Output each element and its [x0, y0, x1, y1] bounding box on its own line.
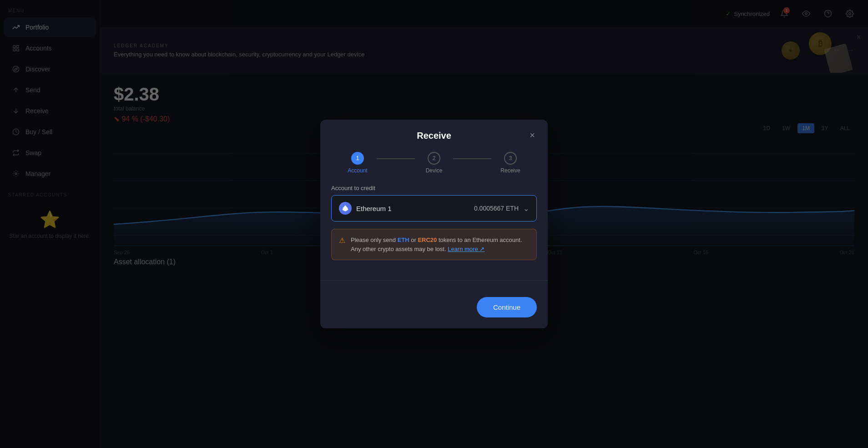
- account-field-label: Account to credit: [331, 185, 537, 191]
- continue-button[interactable]: Continue: [477, 297, 537, 317]
- erc20-highlight: ERC20: [418, 237, 437, 243]
- modal-divider: [320, 280, 548, 281]
- step-2-label: Device: [426, 167, 443, 174]
- step-1-account: 1 Account: [338, 152, 377, 174]
- account-selector-dropdown[interactable]: Ethereum 1 0.0005667 ETH ⌄: [331, 195, 537, 221]
- step-2-device: 2 Device: [415, 152, 453, 174]
- ethereum-icon: [339, 202, 352, 215]
- modal-header: Receive ×: [320, 120, 548, 148]
- modal-footer: Continue: [320, 290, 548, 328]
- modal-overlay: Receive × 1 Account 2 Device 3 Receive: [0, 0, 868, 448]
- modal-steps: 1 Account 2 Device 3 Receive: [320, 148, 548, 185]
- step-3-label: Receive: [500, 167, 520, 174]
- warning-text-content: Please only send ETH or ERC20 tokens to …: [351, 236, 529, 253]
- learn-more-link[interactable]: Learn more ↗: [448, 246, 484, 252]
- step-3-circle: 3: [504, 152, 517, 165]
- step-3-receive: 3 Receive: [491, 152, 530, 174]
- step-1-circle: 1: [351, 152, 364, 165]
- step-2-circle: 2: [428, 152, 440, 165]
- step-connector-1: [377, 152, 415, 159]
- account-balance: 0.0005667 ETH: [474, 205, 519, 212]
- step-connector-2: [453, 152, 491, 159]
- eth-highlight: ETH: [398, 237, 409, 243]
- account-name: Ethereum 1: [356, 205, 392, 212]
- modal-body: Account to credit Ethereum 1 0.0005667 E…: [320, 185, 548, 271]
- account-info: Ethereum 1: [339, 202, 392, 215]
- receive-modal: Receive × 1 Account 2 Device 3 Receive: [320, 120, 548, 328]
- modal-close-button[interactable]: ×: [526, 129, 539, 141]
- step-1-label: Account: [348, 167, 367, 174]
- warning-icon: ⚠: [339, 236, 345, 245]
- chevron-down-icon: ⌄: [523, 204, 529, 213]
- warning-message: ⚠ Please only send ETH or ERC20 tokens t…: [331, 229, 537, 260]
- modal-title: Receive: [417, 131, 451, 141]
- account-balance-area: 0.0005667 ETH ⌄: [474, 204, 529, 213]
